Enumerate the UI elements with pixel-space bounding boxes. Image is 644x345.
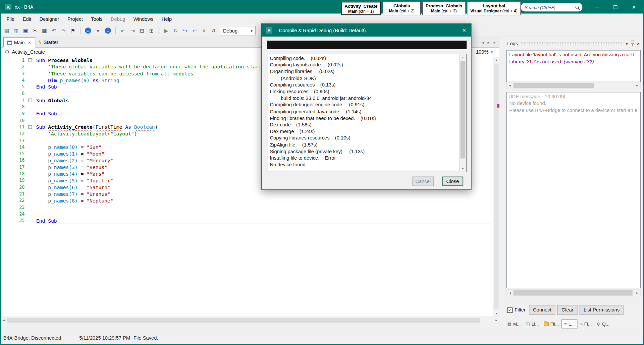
code-line-24[interactable]: 24 xyxy=(1,211,493,218)
panel-tab-logs[interactable]: ≡L... xyxy=(561,320,578,329)
scroll-left-icon[interactable]: ◂ xyxy=(507,290,513,296)
code-line-23[interactable]: 23 xyxy=(1,204,493,211)
scroll-right-icon[interactable]: ▸ xyxy=(493,317,499,323)
tab-list-icon[interactable]: ▾ xyxy=(493,40,495,45)
scroll-left-icon[interactable]: ◂ xyxy=(507,82,513,89)
logs-panel: Logs ▾ ✕ Layout file 'layout.bal' is not… xyxy=(504,37,643,331)
scroll-down-icon[interactable]: ▾ xyxy=(493,310,499,317)
close-panel-icon[interactable]: ✕ xyxy=(636,41,640,46)
menu-edit[interactable]: Edit xyxy=(19,14,36,24)
scroll-down-icon[interactable]: ▾ xyxy=(460,165,466,171)
log-warnings[interactable]: Layout file 'layout.bal' is not used. Ar… xyxy=(506,50,641,82)
editor-vertical-scrollbar[interactable]: ▴ ▾ xyxy=(493,57,499,317)
panel-tab-find-all-references[interactable]: »Fi... xyxy=(578,320,594,328)
build-log-line: Compiling layouts code. (0.02s) xyxy=(270,62,459,68)
chevron-down-icon: ▾ xyxy=(491,50,493,54)
navigate-forward-icon[interactable]: → xyxy=(105,27,111,34)
dialog-close-button[interactable]: ✕ xyxy=(457,24,471,37)
quick-tab-globals[interactable]: GlobalsMain (ctrl + 2) xyxy=(383,2,421,15)
comment-icon[interactable]: ⊟ xyxy=(138,26,146,35)
run-icon[interactable]: ▶ xyxy=(162,26,170,35)
cancel-button[interactable]: Cancel xyxy=(412,177,434,186)
scroll-tabs-right-icon[interactable]: ▸ xyxy=(487,40,489,45)
quick-tab-layout-bal[interactable]: Layout.balVisual Designer (ctrl + 4) xyxy=(467,2,521,15)
fold-toggle-icon[interactable]: − xyxy=(28,58,32,62)
scrollbar-thumb[interactable] xyxy=(7,318,480,323)
filter-label: Filter xyxy=(515,307,526,313)
scroll-up-icon[interactable]: ▴ xyxy=(493,57,499,63)
scrollbar-thumb[interactable] xyxy=(461,61,466,158)
panel-tab-libraries[interactable]: ◫Li... xyxy=(523,320,541,328)
search-input[interactable] xyxy=(525,5,576,10)
panel-tab-quick-search[interactable]: ⊙Q... xyxy=(594,320,612,328)
connect-button[interactable]: Connect xyxy=(529,305,555,315)
file-saved-status: File Saved. xyxy=(133,335,158,341)
menu-debug[interactable]: Debug xyxy=(107,14,129,24)
log-messages[interactable]: [IDE message - 10:30:09]No device found.… xyxy=(506,92,641,288)
fold-toggle-icon[interactable]: − xyxy=(28,99,32,102)
scrollbar-thumb[interactable] xyxy=(514,83,594,88)
minimize-button[interactable] xyxy=(588,1,606,13)
scroll-right-icon[interactable]: ▸ xyxy=(634,82,640,89)
paste-icon[interactable]: ▤ xyxy=(2,26,11,35)
menu-tools[interactable]: Tools xyxy=(87,14,107,24)
filter-checkbox[interactable]: ✓ xyxy=(507,307,513,313)
close-button[interactable]: Close xyxy=(442,177,464,186)
quick-tab-activity-create[interactable]: Activity_CreateMain (ctrl + 1) xyxy=(341,2,381,15)
step-over-icon[interactable]: ↻ xyxy=(171,26,180,35)
menu-designer[interactable]: Designer xyxy=(35,14,63,24)
stop-icon[interactable]: ■ xyxy=(200,26,208,35)
navigate-history-icon[interactable]: ▾ xyxy=(94,26,102,35)
build-log[interactable]: Compiling code. (0.02s)Compiling layouts… xyxy=(267,54,467,172)
panel-splitter[interactable] xyxy=(499,37,504,331)
redo-icon[interactable]: ↷ xyxy=(59,26,68,35)
quick-tab-process-globals[interactable]: Process_GlobalsMain (ctrl + 3) xyxy=(422,2,466,15)
close-button[interactable]: ✕ xyxy=(625,1,643,13)
chevron-down-icon[interactable]: ▾ xyxy=(626,41,628,46)
doc-tab-main[interactable]: Main✕ xyxy=(3,37,35,48)
scroll-up-icon[interactable]: ▴ xyxy=(460,54,466,60)
step-out-icon[interactable]: ↩ xyxy=(190,26,199,35)
warnings-scrollbar[interactable]: ◂ ▸ xyxy=(506,82,641,89)
panel-tab-modules[interactable]: ▦M... xyxy=(505,320,523,328)
scroll-tabs-left-icon[interactable]: ◂ xyxy=(482,40,484,45)
code-line-22[interactable]: 22 p_names(8) = "Neptune" xyxy=(1,197,493,204)
navigate-back-icon[interactable]: ← xyxy=(85,27,91,34)
menu-windows[interactable]: Windows xyxy=(129,14,157,24)
menu-help[interactable]: Help xyxy=(158,14,176,24)
code-line-21[interactable]: 21 p_names(7) = "Uranus" xyxy=(1,191,493,197)
doc-tab-starter[interactable]: ϟStarter xyxy=(35,37,62,47)
new-module-icon[interactable]: ▥ xyxy=(12,26,21,35)
indent-icon[interactable]: ⇥ xyxy=(128,26,137,35)
messages-scrollbar[interactable]: ◂ ▸ xyxy=(506,289,641,296)
fold-toggle-icon[interactable]: − xyxy=(28,125,32,129)
outdent-icon[interactable]: ⇤ xyxy=(119,26,127,35)
scrollbar-thumb[interactable] xyxy=(514,290,633,296)
clear-button[interactable]: Clear xyxy=(557,305,578,315)
restart-icon[interactable]: ↺ xyxy=(209,26,218,35)
panel-tab-files[interactable]: Fil... xyxy=(541,320,561,328)
close-tab-icon[interactable]: ✕ xyxy=(28,41,31,45)
menu-project[interactable]: Project xyxy=(63,14,87,24)
maximize-button[interactable] xyxy=(606,1,625,13)
copy-icon[interactable]: ▦ xyxy=(40,26,49,35)
menu-file[interactable]: File xyxy=(2,14,18,24)
cut-icon[interactable]: ✂ xyxy=(31,26,40,35)
undo-icon[interactable]: ↶ xyxy=(50,26,58,35)
list-permissions-button[interactable]: List Permissions xyxy=(580,305,624,315)
scrollbar-thumb[interactable] xyxy=(494,64,498,309)
code-line-25[interactable]: 25End Sub xyxy=(1,218,493,224)
scroll-left-icon[interactable]: ◂ xyxy=(1,317,7,323)
code-text: End Sub xyxy=(35,218,491,224)
build-log-scrollbar[interactable]: ▴ ▾ xyxy=(459,54,466,172)
zoom-select[interactable]: 100% ▾ xyxy=(471,48,499,57)
build-config-select[interactable]: Debug ▾ xyxy=(220,26,256,35)
save-icon[interactable]: ▣ xyxy=(21,26,30,35)
pin-icon[interactable] xyxy=(630,41,634,46)
bookmark-icon[interactable]: ⚑ xyxy=(68,26,77,35)
scroll-right-icon[interactable]: ▸ xyxy=(634,290,640,296)
editor-horizontal-scrollbar[interactable]: ◂ ▸ xyxy=(1,317,499,323)
step-into-icon[interactable]: ↪ xyxy=(181,26,190,35)
quick-tab-title: Activity_Create xyxy=(344,3,377,9)
uncomment-icon[interactable]: ⊞ xyxy=(147,26,156,35)
